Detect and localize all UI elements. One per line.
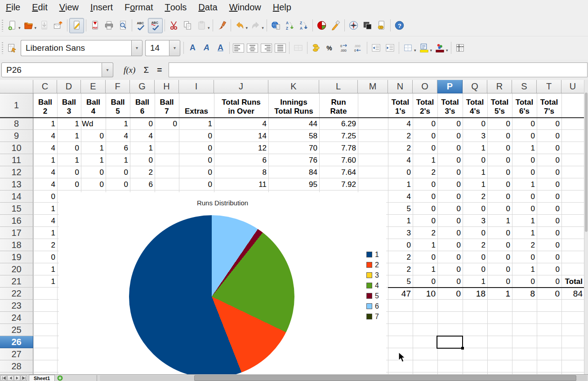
- row-header-19[interactable]: 19: [0, 251, 33, 263]
- font-size-combo[interactable]: 14▾: [145, 40, 180, 56]
- cell-R11[interactable]: 0: [487, 154, 512, 166]
- export-pdf-button[interactable]: PDF: [88, 18, 102, 33]
- cell-I12[interactable]: 0: [179, 166, 214, 178]
- menu-file[interactable]: File: [0, 0, 26, 15]
- cell-T12[interactable]: 0: [537, 166, 561, 178]
- column-header-J[interactable]: J: [214, 80, 268, 93]
- cell-N11[interactable]: 4: [388, 154, 413, 166]
- formula-input[interactable]: [169, 62, 588, 77]
- cell-C10[interactable]: 4: [33, 142, 57, 154]
- column-header-S[interactable]: S: [512, 80, 537, 93]
- bold-button[interactable]: A: [186, 41, 200, 55]
- row-header-25[interactable]: 25: [0, 324, 33, 336]
- fill-handle[interactable]: [461, 347, 464, 350]
- cell-F8[interactable]: 1: [106, 118, 130, 130]
- cell-E9[interactable]: 0: [81, 130, 106, 142]
- header-cell-F1[interactable]: Ball 5: [106, 93, 130, 117]
- row-header-10[interactable]: 10: [0, 142, 33, 154]
- row-header-12[interactable]: 12: [0, 166, 33, 178]
- cell-Q9[interactable]: 3: [463, 130, 487, 142]
- row-header-8[interactable]: 8: [0, 118, 33, 130]
- cell-L9[interactable]: 7.25: [319, 130, 358, 142]
- header-cell-H1[interactable]: Ball 7: [155, 93, 179, 117]
- auto-spellcheck-button[interactable]: ABC: [148, 18, 163, 33]
- cell-I11[interactable]: 0: [179, 154, 214, 166]
- cell-D13[interactable]: 0: [57, 178, 81, 190]
- row-header-15[interactable]: 15: [0, 203, 33, 215]
- cell-Q20[interactable]: 0: [463, 263, 487, 275]
- print-preview-button[interactable]: [116, 18, 130, 33]
- font-size-dropdown-icon[interactable]: ▾: [169, 40, 180, 56]
- cell-F10[interactable]: 6: [106, 142, 130, 154]
- cell-E12[interactable]: 0: [81, 166, 106, 178]
- cut-button[interactable]: [167, 18, 181, 33]
- row-header-9[interactable]: 9: [0, 130, 33, 142]
- edit-mode-button[interactable]: [69, 18, 84, 33]
- column-header-P[interactable]: P: [437, 80, 463, 93]
- cell-R15[interactable]: 0: [487, 203, 512, 215]
- select-all-corner[interactable]: [0, 80, 33, 93]
- cell-I13[interactable]: 0: [179, 178, 214, 190]
- horizontal-scrollbar-thumb[interactable]: [194, 375, 576, 381]
- header-cell-G1[interactable]: Ball 6: [130, 93, 155, 117]
- cell-S15[interactable]: 0: [512, 203, 537, 215]
- row-header-14[interactable]: 14: [0, 190, 33, 203]
- header-cell-I1[interactable]: Extras: [179, 93, 214, 117]
- cell-K8[interactable]: 44: [268, 118, 319, 130]
- cell-S21[interactable]: 0: [512, 275, 537, 288]
- header-cell-D1[interactable]: Ball 3: [57, 93, 81, 117]
- cell-O12[interactable]: 2: [413, 166, 437, 178]
- gallery-button[interactable]: [361, 18, 374, 33]
- cell-T9[interactable]: 0: [537, 130, 561, 142]
- row-header-26[interactable]: 26: [0, 336, 33, 348]
- cell-P21[interactable]: 0: [437, 275, 463, 288]
- row-header-21[interactable]: 21: [0, 275, 33, 288]
- cell-E8[interactable]: Wd: [81, 118, 106, 130]
- background-color-button[interactable]: [417, 41, 431, 55]
- cell-Q11[interactable]: 0: [463, 154, 487, 166]
- horizontal-scrollbar[interactable]: [100, 375, 587, 381]
- cell-I9[interactable]: 0: [179, 130, 214, 142]
- row-header-17[interactable]: 17: [0, 227, 33, 239]
- cell-R12[interactable]: 0: [487, 166, 512, 178]
- cell-N18[interactable]: 0: [388, 239, 413, 251]
- header-cell-J1[interactable]: Total Runs in Over: [214, 93, 268, 117]
- cell-K9[interactable]: 58: [268, 130, 319, 142]
- row-header-24[interactable]: 24: [0, 312, 33, 324]
- cell-N10[interactable]: 2: [388, 142, 413, 154]
- cell-O18[interactable]: 1: [413, 239, 437, 251]
- header-cell-L1[interactable]: Run Rate: [319, 93, 358, 117]
- copy-button[interactable]: [181, 18, 195, 33]
- cell-C19[interactable]: 0: [33, 251, 57, 263]
- underline-button[interactable]: A: [214, 41, 227, 55]
- cell-L10[interactable]: 7.78: [319, 142, 358, 154]
- cell-T16[interactable]: 0: [537, 215, 561, 227]
- cell-S16[interactable]: 1: [512, 215, 537, 227]
- menu-window[interactable]: Window: [223, 0, 267, 15]
- cell-N20[interactable]: 2: [388, 263, 413, 275]
- decrease-indent-button[interactable]: [369, 41, 383, 55]
- cell-T14[interactable]: 0: [537, 190, 561, 203]
- cell-R22[interactable]: 1: [487, 288, 512, 300]
- cell-G8[interactable]: 0: [130, 118, 155, 130]
- cell-C18[interactable]: 2: [33, 239, 57, 251]
- cell-Q15[interactable]: 0: [463, 203, 487, 215]
- cell-J9[interactable]: 14: [214, 130, 268, 142]
- cell-P14[interactable]: 0: [437, 190, 463, 203]
- cell-F13[interactable]: 0: [106, 178, 130, 190]
- menu-edit[interactable]: Edit: [26, 0, 53, 15]
- cell-T18[interactable]: 0: [537, 239, 561, 251]
- delete-decimal-button[interactable]: .0000: [351, 41, 365, 55]
- hyperlink-button[interactable]: [269, 18, 283, 33]
- cell-R20[interactable]: 0: [487, 263, 512, 275]
- cell-D8[interactable]: 1: [57, 118, 81, 130]
- cell-R9[interactable]: 0: [487, 130, 512, 142]
- cell-T20[interactable]: 0: [537, 263, 561, 275]
- cell-R13[interactable]: 0: [487, 178, 512, 190]
- cell-S10[interactable]: 1: [512, 142, 537, 154]
- cell-F12[interactable]: 0: [106, 166, 130, 178]
- header-cell-S1[interactable]: Total 6's: [512, 93, 537, 117]
- header-cell-T1[interactable]: Total 7's: [537, 93, 561, 117]
- cell-K12[interactable]: 84: [268, 166, 319, 178]
- cell-P20[interactable]: 0: [437, 263, 463, 275]
